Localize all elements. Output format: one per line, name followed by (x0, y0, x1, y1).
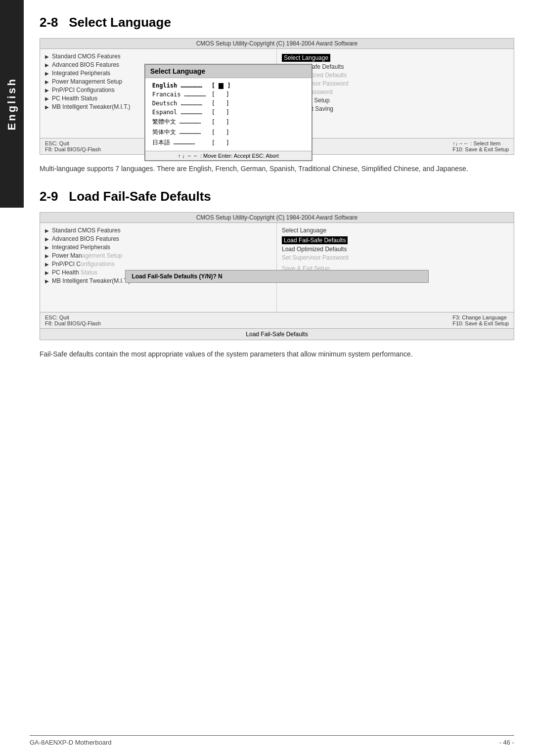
bios-footer-left1: ESC: Quit (45, 140, 101, 146)
arrow-icon: ▶ (45, 270, 49, 275)
lang-name: 日本語 ……………… (152, 138, 212, 147)
bios-right-menu-29: Select Language Load Fail-Safe Defaults … (277, 223, 514, 312)
bios-right-item: Save & Exit Setup (282, 97, 509, 104)
bios-title-bar-28: CMOS Setup Utility-Copyright (C) 1984-20… (40, 39, 514, 49)
section-29-heading: Load Fail-Safe Defaults (69, 189, 211, 204)
section-28-title: 2-8 Select Language (40, 15, 514, 30)
bios-footer-left2: F8: Dual BIOS/Q-Flash (45, 320, 101, 326)
section-28: 2-8 Select Language CMOS Setup Utility-C… (40, 15, 514, 174)
arrow-icon: ▶ (45, 54, 49, 59)
section-29: 2-9 Load Fail-Safe Defaults CMOS Setup U… (40, 189, 514, 359)
bios-screenshot-28: CMOS Setup Utility-Copyright (C) 1984-20… (40, 38, 514, 155)
arrow-icon: ▶ (45, 79, 49, 85)
bios-footer-left: ESC: Quit F8: Dual BIOS/Q-Flash (45, 140, 101, 152)
popup-footer: ↑ ↓ → ← : Move Enter: Accept ESC: Abort (145, 151, 312, 160)
bios-right-item: Set Supervisor Password (282, 80, 509, 87)
lang-bracket: [ ] (212, 91, 229, 98)
bios-right-item: Load Optimized Defaults (282, 72, 509, 79)
arrow-icon: ▶ (45, 96, 49, 101)
popup-title: Select Language (145, 65, 312, 78)
bios-footer-right: ↑↓→← : Select Item F10: Save & Exit Setu… (452, 140, 509, 152)
lang-name: Deutsch ……………… (152, 100, 212, 107)
bios-title-bar-29: CMOS Setup Utility-Copyright (C) 1984-20… (40, 213, 514, 223)
section-29-title: 2-9 Load Fail-Safe Defaults (40, 189, 514, 204)
footer-right: - 46 - (499, 739, 514, 746)
bios-menu-item: ▶Power Management Setup (45, 252, 271, 259)
lang-item-english: English ……………… [ ] (152, 82, 305, 89)
bios-footer-left1: ESC: Quit (45, 314, 101, 320)
bios-right-item: Set User Password (282, 89, 509, 95)
lang-name: Francais ……………… (152, 91, 212, 98)
sidebar: English (0, 0, 24, 208)
footer-left: GA-8AENXP-D Motherboard (30, 739, 111, 746)
section-28-heading: Select Language (69, 15, 171, 30)
bios-menu-item: ▶Standard CMOS Features (45, 227, 271, 234)
section-29-body: Fail-Safe defaults contain the most appr… (40, 349, 514, 359)
arrow-icon: ▶ (45, 62, 49, 68)
section-29-number: 2-9 (40, 189, 58, 204)
bios-footer-29: ESC: Quit F8: Dual BIOS/Q-Flash F3: Chan… (40, 312, 514, 328)
lang-bracket: [ ] (212, 82, 231, 89)
bios-footer-right2: F10: Save & Exit Setup (452, 320, 509, 326)
lang-item-francais: Francais ……………… [ ] (152, 91, 305, 98)
arrow-icon: ▶ (45, 228, 49, 233)
lang-bracket: [ ] (212, 129, 229, 136)
lang-item-espanol: Espanol ……………… [ ] (152, 109, 305, 116)
popup-body: English ……………… [ ] Francais ……………… [ ] D… (145, 78, 312, 151)
page-footer: GA-8AENXP-D Motherboard - 46 - (30, 735, 514, 746)
bios-body-28: ▶Standard CMOS Features ▶Advanced BIOS F… (40, 49, 514, 138)
lang-name: English ……………… (152, 82, 212, 89)
bios-left-menu-29: ▶Standard CMOS Features ▶Advanced BIOS F… (40, 223, 277, 312)
main-content: 2-8 Select Language CMOS Setup Utility-C… (30, 0, 534, 389)
bios-right-item: Exit Without Saving (282, 105, 509, 112)
bios-right-item: Load Optimized Defaults (282, 246, 509, 253)
bios-screenshot-29: CMOS Setup Utility-Copyright (C) 1984-20… (40, 212, 514, 340)
sidebar-label: English (5, 77, 18, 130)
section-28-number: 2-8 (40, 15, 58, 30)
bios-status-bar: Load Fail-Safe Defaults (40, 328, 514, 340)
arrow-icon: ▶ (45, 253, 49, 259)
arrow-icon: ▶ (45, 88, 49, 93)
bios-right-item: Select Language (282, 227, 509, 234)
section-28-body: Multi-language supports 7 languages. The… (40, 164, 514, 174)
arrow-icon: ▶ (45, 104, 49, 110)
lang-item-deutsch: Deutsch ……………… [ ] (152, 100, 305, 107)
bios-menu-item: ▶Integrated Peripherals (45, 244, 271, 251)
lang-name: 简体中文 ……………… (152, 128, 212, 136)
bios-footer-right1: F3: Change Language (452, 314, 509, 320)
bios-menu-item: ▶PnP/PCI Configurations (45, 261, 271, 267)
lang-bracket: [ ] (212, 139, 229, 146)
cursor (219, 83, 223, 89)
arrow-icon: ▶ (45, 236, 49, 242)
bios-right-item-selected: Load Fail-Safe Defaults (282, 236, 348, 244)
lang-item-japanese: 日本語 ……………… [ ] (152, 138, 305, 147)
bios-footer-right2: F10: Save & Exit Setup (452, 146, 509, 152)
bios-right-menu-28: Select Language Load Fail-Safe Defaults … (277, 49, 514, 138)
bios-right-item: Load Fail-Safe Defaults (282, 63, 509, 70)
bios-footer-right: F3: Change Language F10: Save & Exit Set… (452, 314, 509, 326)
arrow-icon: ▶ (45, 245, 49, 250)
arrow-icon: ▶ (45, 278, 49, 284)
bios-body-29: ▶Standard CMOS Features ▶Advanced BIOS F… (40, 223, 514, 312)
lang-bracket: [ ] (212, 109, 229, 116)
bios-menu-item: ▶Standard CMOS Features (45, 53, 271, 60)
bios-footer-right1: ↑↓→← : Select Item (452, 140, 509, 146)
lang-item-traditional-chinese: 繁體中文 ……………… [ ] (152, 118, 305, 126)
bios-footer-left2: F8: Dual BIOS/Q-Flash (45, 146, 101, 152)
lang-name: Espanol ……………… (152, 109, 212, 116)
bios-right-item: Set Supervisor Password (282, 254, 509, 261)
lang-bracket: [ ] (212, 119, 229, 126)
arrow-icon: ▶ (45, 71, 49, 76)
lang-bracket: [ ] (212, 100, 229, 107)
bios-footer-left: ESC: Quit F8: Dual BIOS/Q-Flash (45, 314, 101, 326)
lang-name: 繁體中文 ……………… (152, 118, 212, 126)
arrow-icon: ▶ (45, 262, 49, 267)
lang-item-simplified-chinese: 简体中文 ……………… [ ] (152, 128, 305, 136)
bios-right-item-selected: Select Language (282, 54, 330, 62)
select-language-popup: Select Language English ……………… [ ] Franc… (144, 64, 312, 161)
bios-dialog-bar: Load Fail-Safe Defaults (Y/N)? N (125, 270, 428, 283)
bios-menu-item: ▶Advanced BIOS Features (45, 235, 271, 242)
